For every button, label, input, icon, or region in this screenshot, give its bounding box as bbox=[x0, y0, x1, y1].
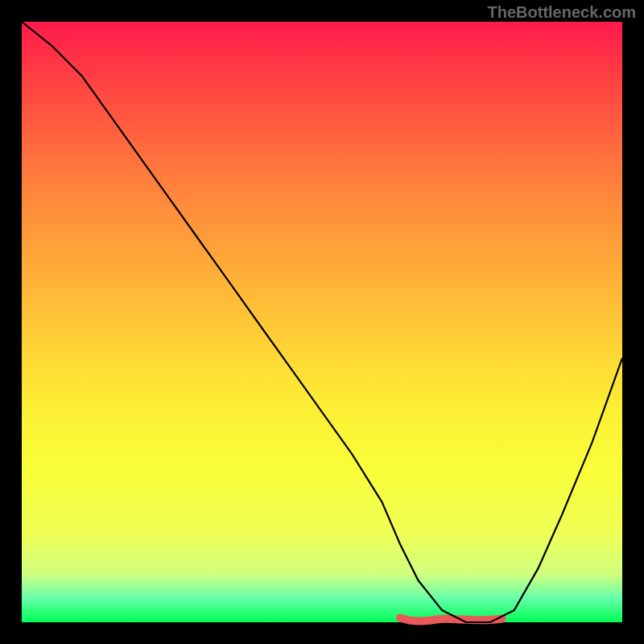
watermark-text: TheBottleneck.com bbox=[488, 3, 636, 22]
chart-plot-area bbox=[22, 22, 622, 622]
optimal-range-marker bbox=[400, 618, 502, 621]
chart-svg bbox=[22, 22, 622, 622]
bottleneck-curve bbox=[22, 22, 622, 622]
